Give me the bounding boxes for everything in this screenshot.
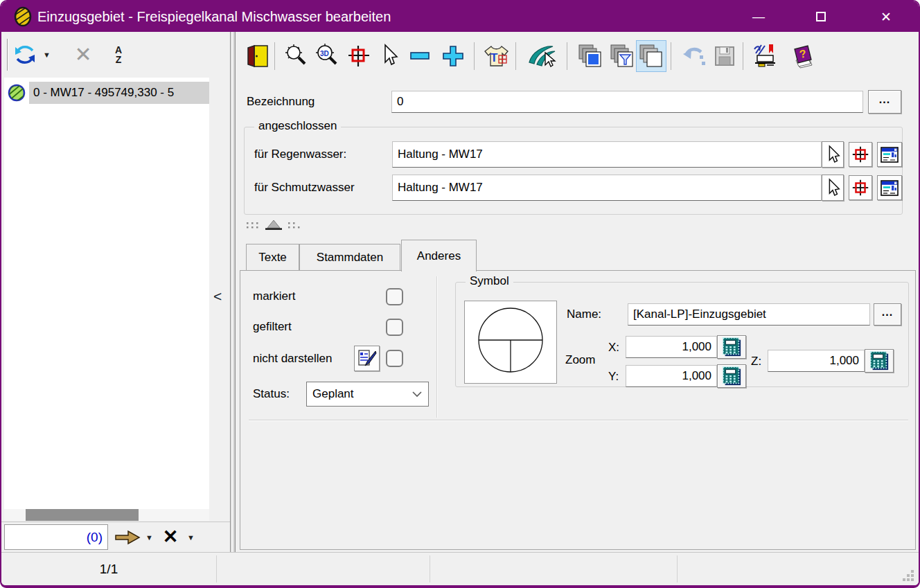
gefiltert-label: gefiltert <box>253 320 292 334</box>
count-field[interactable]: (0) <box>4 524 108 550</box>
delete-button[interactable]: ✕ <box>69 39 97 69</box>
zoom-z-label: Z: <box>751 355 761 368</box>
status-bar: 1/1 <box>1 552 919 585</box>
symbol-name-input[interactable]: [Kanal-LP]-Einzugsgebiet <box>628 303 870 326</box>
section-divider-vertical <box>436 276 438 418</box>
calculator-icon <box>721 337 742 357</box>
zoom-z-input[interactable]: 1,000 <box>768 350 865 372</box>
regenwasser-pick-button[interactable] <box>822 141 844 168</box>
toolbar-separator <box>743 42 743 70</box>
zoom-y-input[interactable]: 1,000 <box>626 365 717 387</box>
title-bar: Einzugsgebiet - Freispiegelkanal Mischwa… <box>1 1 919 32</box>
tab-stammdaten[interactable]: Stammdaten <box>299 244 400 270</box>
exit-button[interactable] <box>242 40 273 72</box>
undo-icon <box>682 44 707 69</box>
refresh-button[interactable] <box>11 40 39 69</box>
maximize-button[interactable] <box>806 5 835 28</box>
stack-all-button[interactable] <box>636 40 666 72</box>
app-icon <box>13 6 33 27</box>
goto-button[interactable] <box>112 528 143 547</box>
nicht-darstellen-label: nicht darstellen <box>253 352 332 366</box>
zoom-x-calc-button[interactable] <box>717 335 746 359</box>
toolbar-separator <box>567 42 567 70</box>
remove-dropdown-caret[interactable]: ▼ <box>187 533 195 542</box>
regenwasser-locate-button[interactable] <box>849 142 872 167</box>
sort-a-label: A <box>115 45 122 55</box>
bezeichnung-input[interactable]: 0 <box>391 91 863 113</box>
remove-button[interactable]: ✕ <box>158 524 183 550</box>
section-splitter-handle[interactable] <box>245 217 308 233</box>
stack-fill-button[interactable] <box>575 40 605 72</box>
minimize-button[interactable]: — <box>744 5 773 28</box>
nicht-darstellen-checkbox[interactable] <box>386 350 403 367</box>
crosshair-icon <box>346 44 371 69</box>
tab-anderes[interactable]: Anderes <box>401 240 477 271</box>
toolbar-grip <box>7 39 8 71</box>
zoom-y-calc-button[interactable] <box>717 364 746 388</box>
zoom-z-calc-button[interactable] <box>865 349 894 373</box>
sort-az-button[interactable]: A Z <box>107 39 130 71</box>
refresh-dropdown-caret[interactable]: ▼ <box>43 51 51 59</box>
zoom-button[interactable] <box>281 40 312 72</box>
list-hscrollbar[interactable] <box>4 509 209 521</box>
regenwasser-form-button[interactable] <box>877 142 902 167</box>
connect-pick-button[interactable] <box>524 40 560 72</box>
help-button[interactable]: ? <box>790 40 820 72</box>
resize-grip[interactable] <box>902 569 914 582</box>
statusbar-divider <box>430 555 430 582</box>
shirt-label-icon: T <box>483 44 509 69</box>
exit-door-icon <box>245 44 270 69</box>
svg-text:T: T <box>490 51 498 64</box>
edit-form-icon <box>357 348 378 369</box>
print-report-button[interactable] <box>750 40 780 72</box>
nicht-darstellen-edit-button[interactable] <box>354 346 380 371</box>
pick-cursor-icon <box>824 178 841 197</box>
cursor-icon <box>378 44 401 69</box>
crosshair-button[interactable] <box>344 40 374 72</box>
print-report-icon <box>752 43 778 69</box>
select-button[interactable] <box>374 40 405 72</box>
save-button[interactable] <box>709 40 740 72</box>
maximize-icon <box>816 12 826 21</box>
anderes-tab-page: markiert gefiltert nicht darstellen Stat… <box>240 270 916 550</box>
hscrollbar-thumb[interactable] <box>26 509 139 521</box>
left-footer: (0) ▼ ✕ ▼ <box>1 522 230 552</box>
plus-icon <box>441 44 466 69</box>
page-indicator: 1/1 <box>1 553 216 585</box>
panel-splitter[interactable] <box>230 32 236 552</box>
goto-dropdown-caret[interactable]: ▼ <box>145 533 153 542</box>
crosshair-small-icon <box>851 178 870 197</box>
undo-button[interactable] <box>679 40 709 72</box>
zoom-label: Zoom <box>565 353 595 367</box>
form-window-icon <box>881 146 899 163</box>
stack-filter-button[interactable] <box>607 40 637 72</box>
connect-pick-icon <box>527 43 557 69</box>
schmutzwasser-input[interactable]: Haltung - MW17 <box>392 175 822 201</box>
toolbar-separator <box>274 42 275 70</box>
symbol-name-more-button[interactable]: ... <box>874 303 901 326</box>
symbol-name-label: Name: <box>567 308 601 321</box>
tab-texte[interactable]: Texte <box>246 244 299 270</box>
remove-selection-button[interactable] <box>405 40 435 72</box>
regenwasser-input[interactable]: Haltung - MW17 <box>392 141 822 168</box>
close-button[interactable]: ✕ <box>872 5 901 28</box>
status-label: Status: <box>253 387 290 401</box>
markiert-checkbox[interactable] <box>386 288 403 305</box>
minus-icon <box>407 44 432 69</box>
list-item[interactable]: 0 - MW17 - 495749,330 - 5 <box>4 82 209 104</box>
zoom-3d-button[interactable]: 3D <box>312 40 343 72</box>
bezeichnung-more-button[interactable]: ... <box>868 90 901 114</box>
zoom-x-input[interactable]: 1,000 <box>626 336 717 358</box>
gefiltert-checkbox[interactable] <box>386 319 403 336</box>
left-panel: ▼ ✕ A Z 0 - <box>1 32 230 552</box>
label-style-button[interactable]: T <box>481 40 511 72</box>
calculator-icon <box>869 350 890 371</box>
collapse-panel-button[interactable]: < <box>213 288 222 305</box>
left-toolbar: ▼ ✕ A Z <box>1 32 230 78</box>
object-list: 0 - MW17 - 495749,330 - 5 <box>4 78 209 509</box>
status-combobox[interactable]: Geplant <box>306 382 429 407</box>
schmutzwasser-locate-button[interactable] <box>849 175 872 200</box>
schmutzwasser-pick-button[interactable] <box>822 175 844 201</box>
schmutzwasser-form-button[interactable] <box>877 175 902 200</box>
add-selection-button[interactable] <box>438 40 468 72</box>
